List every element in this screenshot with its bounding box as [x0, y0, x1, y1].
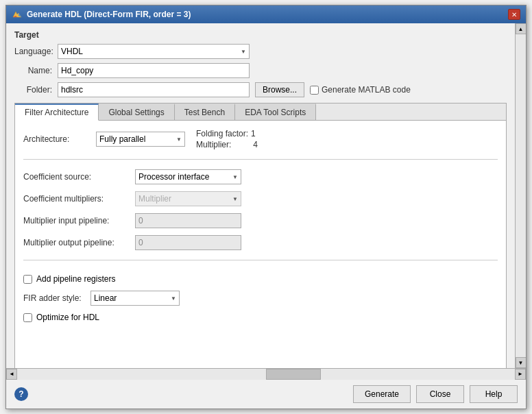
fir-adder-style-row: FIR adder style: Linear	[23, 291, 498, 306]
generate-matlab-label: Generate MATLAB code	[310, 85, 411, 95]
coefficient-source-row: Coefficient source: Processor interface	[23, 169, 498, 184]
help-icon-circle[interactable]: ?	[14, 387, 28, 401]
coefficient-multipliers-select-wrapper: Multiplier	[135, 191, 241, 206]
bottom-scrollbar: ◄ ►	[6, 368, 526, 379]
title-bar: Generate HDL (Direct-Form FIR, order = 3…	[6, 5, 526, 23]
architecture-label: Architecture:	[23, 134, 85, 144]
folding-factor-value: 1	[251, 129, 256, 138]
matlab-icon	[12, 9, 23, 20]
scroll-thumb-bottom	[266, 369, 321, 380]
generate-button[interactable]: Generate	[353, 385, 411, 403]
browse-button[interactable]: Browse...	[255, 82, 304, 97]
divider-1	[23, 159, 498, 160]
bottom-left: ?	[14, 387, 28, 401]
multiplier-value: 4	[253, 140, 258, 149]
tab-global-settings[interactable]: Global Settings	[99, 103, 174, 120]
scroll-track-right	[516, 34, 527, 357]
folder-row: Folder: Browse... Generate MATLAB code	[14, 82, 507, 97]
language-select[interactable]: VHDL	[58, 44, 250, 59]
fir-adder-style-label: FIR adder style:	[23, 293, 85, 303]
help-button[interactable]: Help	[470, 385, 518, 403]
window-title: Generate HDL (Direct-Form FIR, order = 3…	[27, 10, 191, 19]
spacer	[23, 329, 498, 368]
divider-2	[23, 260, 498, 260]
add-pipeline-label: Add pipeline registers	[36, 274, 115, 284]
multiplier-row: Multiplier: 4	[196, 140, 258, 149]
close-dialog-button[interactable]: Close	[416, 385, 464, 403]
name-row: Name:	[14, 63, 507, 78]
content-area: Target Language: VHDL Name:	[6, 23, 515, 368]
folder-label: Folder:	[14, 85, 52, 95]
add-pipeline-row: Add pipeline registers	[23, 274, 498, 284]
scroll-up-arrow[interactable]: ▲	[516, 23, 527, 34]
tab-content-filter-architecture: Architecture: Fully parallel Folding fac…	[15, 121, 506, 368]
multiplier-label: Multiplier:	[196, 140, 231, 149]
multiplier-output-pipeline-row: Multiplier output pipeline:	[23, 235, 498, 250]
coefficient-source-select-wrapper: Processor interface	[135, 169, 241, 184]
bottom-bar: ? Generate Close Help	[6, 379, 526, 409]
multiplier-input-pipeline-input[interactable]	[135, 213, 241, 228]
architecture-select-wrapper: Fully parallel	[96, 132, 185, 147]
optimize-hdl-label: Optimize for HDL	[36, 313, 99, 322]
folding-info: Folding factor: 1 Multiplier: 4	[196, 129, 258, 149]
optimize-hdl-checkbox[interactable]	[23, 313, 32, 322]
main-window: Generate HDL (Direct-Form FIR, order = 3…	[5, 5, 527, 409]
coefficient-source-label: Coefficient source:	[23, 172, 130, 182]
target-section: Target Language: VHDL Name:	[14, 30, 507, 97]
name-label: Name:	[14, 66, 52, 75]
multiplier-input-pipeline-row: Multiplier input pipeline:	[23, 213, 498, 228]
target-title: Target	[14, 30, 507, 40]
tab-filter-architecture[interactable]: Filter Architecture	[15, 103, 99, 121]
fir-adder-style-select-wrapper: Linear	[90, 291, 180, 306]
optimize-row: Optimize for HDL	[23, 313, 498, 322]
tab-test-bench[interactable]: Test Bench	[175, 103, 235, 120]
generate-matlab-checkbox[interactable]	[310, 86, 319, 95]
name-input[interactable]	[58, 63, 250, 78]
folding-factor-row: Folding factor: 1	[196, 129, 258, 138]
tabs-container: Filter Architecture Global Settings Test…	[14, 103, 507, 368]
multiplier-input-pipeline-label: Multiplier input pipeline:	[23, 216, 130, 226]
coefficient-multipliers-row: Coefficient multipliers: Multiplier	[23, 191, 498, 206]
scroll-track-bottom	[17, 369, 515, 380]
fir-adder-style-select[interactable]: Linear	[90, 291, 180, 306]
scroll-down-arrow[interactable]: ▼	[516, 357, 527, 368]
add-pipeline-checkbox[interactable]	[23, 275, 32, 284]
multiplier-output-pipeline-label: Multiplier output pipeline:	[23, 238, 130, 247]
language-row: Language: VHDL	[14, 44, 507, 59]
title-bar-left: Generate HDL (Direct-Form FIR, order = 3…	[12, 9, 191, 20]
coefficient-multipliers-label: Coefficient multipliers:	[23, 194, 130, 204]
folder-input[interactable]	[58, 82, 250, 97]
architecture-row: Architecture: Fully parallel Folding fac…	[23, 129, 498, 149]
main-content: Target Language: VHDL Name:	[6, 23, 526, 368]
scroll-left-arrow[interactable]: ◄	[6, 369, 17, 380]
scroll-right-arrow[interactable]: ►	[515, 369, 526, 380]
close-button[interactable]: ✕	[508, 9, 520, 20]
architecture-select[interactable]: Fully parallel	[96, 132, 185, 147]
coefficient-multipliers-select[interactable]: Multiplier	[135, 191, 241, 206]
folding-factor-label: Folding factor:	[196, 129, 248, 138]
right-scrollbar: ▲ ▼	[515, 23, 526, 368]
tabs-header: Filter Architecture Global Settings Test…	[15, 103, 506, 121]
language-label: Language:	[14, 47, 52, 56]
coefficient-source-select[interactable]: Processor interface	[135, 169, 241, 184]
bottom-buttons: Generate Close Help	[353, 385, 518, 403]
language-select-wrapper: VHDL	[58, 44, 250, 59]
multiplier-output-pipeline-input[interactable]	[135, 235, 241, 250]
tab-eda-tool-scripts[interactable]: EDA Tool Scripts	[235, 103, 316, 120]
